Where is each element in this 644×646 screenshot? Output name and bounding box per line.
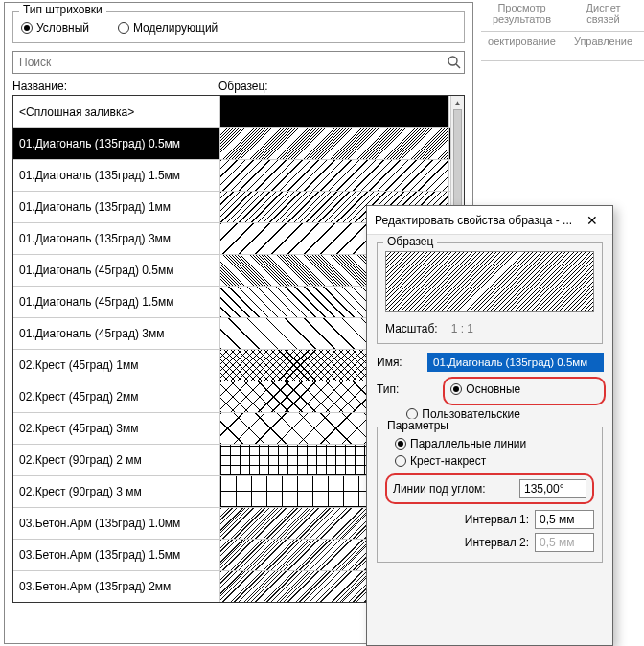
dialog-title: Редактировать свойства образца - ... xyxy=(375,214,572,227)
pattern-name: 02.Крест (90град) 2 мм xyxy=(13,445,219,475)
hatch-type-legend: Тип штриховки xyxy=(19,3,106,16)
radio-cross[interactable]: Крест-накрест xyxy=(395,454,594,468)
ribbon-btn-preview[interactable]: Просмотррезультатов xyxy=(481,2,563,25)
pattern-name: <Сплошная заливка> xyxy=(13,96,219,127)
type-label: Тип: xyxy=(377,377,399,396)
radio-conditional-label: Условный xyxy=(36,21,89,35)
pattern-name: 01.Диагональ (45град) 0.5мм xyxy=(13,255,219,286)
list-item[interactable]: 01.Диагональ (135град) 1.5мм xyxy=(13,159,450,191)
params-group: Параметры Параллельные линии Крест-накре… xyxy=(377,427,603,563)
radio-dot-icon xyxy=(395,455,406,467)
sample-group: Образец Масштаб: 1 : 1 xyxy=(377,242,603,344)
pattern-swatch xyxy=(219,96,449,127)
angle-input[interactable] xyxy=(519,479,586,498)
col-name: Название: xyxy=(12,80,218,93)
pattern-name: 03.Бетон.Арм (135град) 1.5мм xyxy=(13,540,219,570)
name-label: Имя: xyxy=(377,356,421,369)
column-headers: Название: Образец: xyxy=(12,80,465,93)
search-input[interactable] xyxy=(13,54,445,71)
scroll-up-icon[interactable]: ▲ xyxy=(451,96,464,109)
radio-modeling[interactable]: Моделирующий xyxy=(118,21,218,35)
svg-point-0 xyxy=(448,57,457,65)
radio-type-basic-label: Основные xyxy=(466,382,520,396)
search-box[interactable] xyxy=(12,51,465,74)
pattern-name: 03.Бетон.Арм (135град) 1.0мм xyxy=(13,508,219,539)
params-legend: Параметры xyxy=(383,419,452,432)
ribbon-btn-links[interactable]: Диспетсвязей xyxy=(563,2,644,25)
pattern-name: 01.Диагональ (135град) 3мм xyxy=(13,223,219,254)
pattern-name: 03.Бетон.Арм (135град) 2мм xyxy=(13,571,219,602)
radio-modeling-label: Моделирующий xyxy=(133,21,218,35)
list-item[interactable]: 01.Диагональ (135град) 0.5мм xyxy=(13,127,450,159)
pattern-name: 02.Крест (45град) 2мм xyxy=(13,381,219,412)
pattern-swatch xyxy=(219,160,449,191)
list-item[interactable]: <Сплошная заливка> xyxy=(13,96,450,127)
scale-value: 1 : 1 xyxy=(451,322,473,335)
angle-label: Линии под углом: xyxy=(393,482,514,496)
radio-conditional[interactable]: Условный xyxy=(21,21,89,35)
radio-parallel[interactable]: Параллельные линии xyxy=(395,437,594,450)
hatch-type-group: Тип штриховки Условный Моделирующий xyxy=(12,11,465,43)
svg-line-1 xyxy=(456,64,460,68)
interval1-input[interactable] xyxy=(535,510,594,529)
radio-dot-icon xyxy=(450,383,462,395)
name-input[interactable] xyxy=(428,354,603,371)
radio-dot-icon xyxy=(21,22,33,34)
scale-label: Масштаб: xyxy=(385,322,438,335)
pattern-name: 01.Диагональ (45град) 1.5мм xyxy=(13,287,219,317)
interval2-label: Интервал 2: xyxy=(385,536,529,549)
radio-cross-label: Крест-накрест xyxy=(410,454,486,468)
dialog-titlebar[interactable]: Редактировать свойства образца - ... ✕ xyxy=(367,206,612,235)
search-icon[interactable] xyxy=(445,53,464,72)
sample-legend: Образец xyxy=(383,235,437,248)
sample-preview xyxy=(385,251,594,312)
radio-dot-icon xyxy=(118,22,129,34)
pattern-name: 01.Диагональ (45град) 3мм xyxy=(13,318,219,349)
pattern-name: 02.Крест (90град) 3 мм xyxy=(13,476,219,507)
interval2-input[interactable] xyxy=(535,533,594,552)
ribbon-fragment: Просмотррезультатов Диспетсвязей оектиро… xyxy=(481,0,644,61)
type-basic-highlight: Основные xyxy=(443,377,606,405)
close-icon[interactable]: ✕ xyxy=(580,211,605,230)
pattern-name: 02.Крест (45град) 1мм xyxy=(13,350,219,381)
ribbon-tab-manage[interactable]: Управление xyxy=(563,35,644,47)
pattern-name: 02.Крест (45град) 3мм xyxy=(13,413,219,444)
radio-parallel-label: Параллельные линии xyxy=(410,437,526,450)
edit-pattern-dialog: Редактировать свойства образца - ... ✕ О… xyxy=(366,205,613,646)
radio-type-basic[interactable]: Основные xyxy=(450,382,598,396)
pattern-name: 01.Диагональ (135град) 1мм xyxy=(13,192,219,222)
interval1-label: Интервал 1: xyxy=(385,513,529,526)
pattern-name: 01.Диагональ (135град) 1.5мм xyxy=(13,160,219,191)
pattern-swatch xyxy=(219,128,449,159)
angle-highlight: Линии под углом: xyxy=(385,473,594,504)
radio-dot-icon xyxy=(395,438,406,450)
ribbon-tab-design[interactable]: оектирование xyxy=(481,35,563,47)
col-sample: Образец: xyxy=(218,80,465,93)
pattern-name: 01.Диагональ (135град) 0.5мм xyxy=(13,128,219,159)
